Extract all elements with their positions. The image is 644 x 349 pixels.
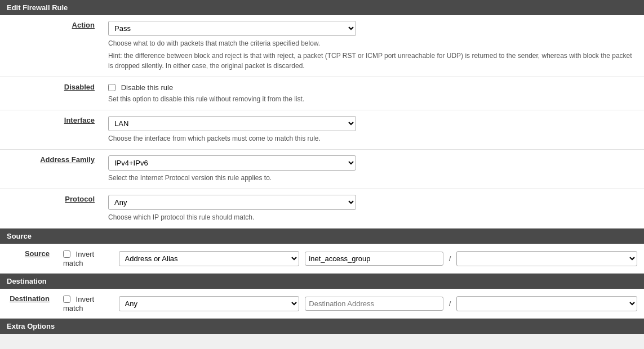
destination-address-input[interactable] [305, 297, 443, 311]
source-controls: Invert match Address or Alias Any Networ… [63, 249, 637, 267]
destination-section-header: Destination [0, 274, 644, 289]
action-value-cell: Pass Block Reject Choose what to do with… [101, 15, 644, 77]
destination-controls: Invert match Any Address or Alias Networ… [63, 294, 637, 312]
action-row: Action Pass Block Reject Choose what to … [0, 15, 644, 77]
action-hint2: Hint: the difference between block and r… [108, 51, 637, 71]
disabled-checkbox[interactable] [108, 84, 116, 91]
main-form-table: Action Pass Block Reject Choose what to … [0, 15, 644, 229]
disabled-hint: Set this option to disable this rule wit… [108, 94, 637, 104]
disabled-row: Disabled Disable this rule Set this opti… [0, 77, 644, 110]
address-family-label[interactable]: Address Family [40, 155, 95, 164]
protocol-label-cell: Protocol [0, 189, 101, 229]
address-family-row: Address Family IPv4+IPv6 IPv4 IPv6 Selec… [0, 150, 644, 189]
destination-invert-checkbox[interactable] [63, 296, 70, 303]
protocol-value-cell: Any TCP UDP TCP/UDP ICMP Choose which IP… [101, 189, 644, 229]
address-family-hint: Select the Internet Protocol version thi… [108, 173, 637, 183]
action-label-cell: Action [0, 15, 101, 77]
destination-form-table: Destination Invert match Any Address or … [0, 289, 644, 319]
action-hint1: Choose what to do with packets that matc… [108, 38, 637, 48]
interface-row: Interface LAN WAN LOOPBACK Choose the in… [0, 110, 644, 150]
source-address-input[interactable] [305, 252, 443, 266]
protocol-label[interactable]: Protocol [65, 195, 95, 203]
interface-value-cell: LAN WAN LOOPBACK Choose the interface fr… [101, 110, 644, 150]
interface-label-cell: Interface [0, 110, 101, 150]
destination-invert-label[interactable]: Invert match [63, 294, 113, 312]
interface-label[interactable]: Interface [64, 116, 95, 124]
source-invert-label[interactable]: Invert match [63, 249, 113, 267]
protocol-hint: Choose which IP protocol this rule shoul… [108, 212, 637, 222]
source-invert-checkbox[interactable] [63, 250, 70, 258]
source-type-select[interactable]: Address or Alias Any Network Single host [119, 251, 300, 266]
disabled-checkbox-text: Disable this rule [121, 83, 174, 92]
source-form-table: Source Invert match Address or Alias Any… [0, 244, 644, 274]
destination-value-cell: Invert match Any Address or Alias Networ… [56, 289, 644, 319]
source-label-cell: Source [0, 244, 56, 274]
destination-label[interactable]: Destination [10, 294, 50, 303]
disabled-label[interactable]: Disabled [64, 83, 95, 91]
action-select[interactable]: Pass Block Reject [108, 21, 356, 36]
interface-hint: Choose the interface from which packets … [108, 133, 637, 144]
source-section-header: Source [0, 229, 644, 244]
protocol-row: Protocol Any TCP UDP TCP/UDP ICMP Choose… [0, 189, 644, 229]
extra-section-header: Extra Options [0, 319, 644, 334]
source-label[interactable]: Source [25, 249, 50, 258]
source-value-cell: Invert match Address or Alias Any Networ… [56, 244, 644, 274]
destination-label-cell: Destination [0, 289, 56, 319]
main-header-text: Edit Firewall Rule [7, 3, 68, 12]
source-row: Source Invert match Address or Alias Any… [0, 244, 644, 274]
source-slash: / [449, 254, 451, 263]
page-container: Edit Firewall Rule Action Pass Block Rej… [0, 0, 644, 334]
source-cidr-select[interactable]: 8 16 24 32 [456, 251, 637, 266]
destination-slash: / [449, 299, 451, 308]
destination-cidr-select[interactable]: 8 16 24 32 [456, 296, 637, 311]
destination-type-select[interactable]: Any Address or Alias Network Single host [119, 296, 300, 311]
address-family-select[interactable]: IPv4+IPv6 IPv4 IPv6 [108, 155, 356, 171]
source-header-text: Source [7, 232, 32, 240]
main-section-header: Edit Firewall Rule [0, 0, 644, 15]
extra-header-text: Extra Options [7, 322, 55, 330]
disabled-value-cell: Disable this rule Set this option to dis… [101, 77, 644, 110]
disabled-checkbox-label[interactable]: Disable this rule [108, 83, 173, 91]
interface-select[interactable]: LAN WAN LOOPBACK [108, 116, 356, 131]
disabled-label-cell: Disabled [0, 77, 101, 110]
address-family-value-cell: IPv4+IPv6 IPv4 IPv6 Select the Internet … [101, 150, 644, 189]
action-label[interactable]: Action [72, 21, 95, 29]
destination-row: Destination Invert match Any Address or … [0, 289, 644, 319]
protocol-select[interactable]: Any TCP UDP TCP/UDP ICMP [108, 195, 356, 210]
address-family-label-cell: Address Family [0, 150, 101, 189]
destination-header-text: Destination [7, 277, 47, 285]
